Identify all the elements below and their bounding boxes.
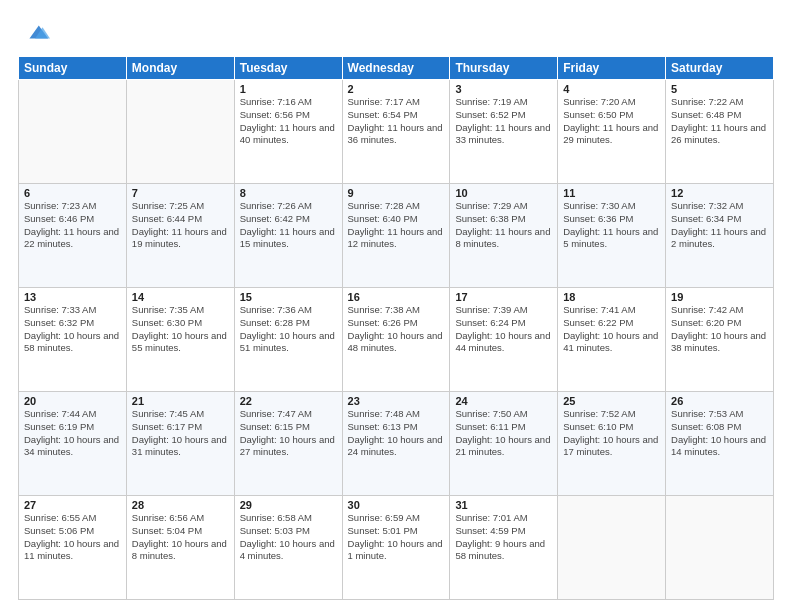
day-number: 26 [671,395,768,407]
calendar-cell: 14Sunrise: 7:35 AM Sunset: 6:30 PM Dayli… [126,288,234,392]
calendar-cell: 1Sunrise: 7:16 AM Sunset: 6:56 PM Daylig… [234,80,342,184]
day-detail: Sunrise: 6:59 AM Sunset: 5:01 PM Dayligh… [348,512,445,563]
calendar-cell [558,496,666,600]
day-detail: Sunrise: 7:39 AM Sunset: 6:24 PM Dayligh… [455,304,552,355]
calendar-cell: 31Sunrise: 7:01 AM Sunset: 4:59 PM Dayli… [450,496,558,600]
day-number: 28 [132,499,229,511]
calendar-cell: 12Sunrise: 7:32 AM Sunset: 6:34 PM Dayli… [666,184,774,288]
day-detail: Sunrise: 7:41 AM Sunset: 6:22 PM Dayligh… [563,304,660,355]
calendar-cell: 19Sunrise: 7:42 AM Sunset: 6:20 PM Dayli… [666,288,774,392]
day-number: 9 [348,187,445,199]
calendar-cell: 28Sunrise: 6:56 AM Sunset: 5:04 PM Dayli… [126,496,234,600]
calendar-cell: 11Sunrise: 7:30 AM Sunset: 6:36 PM Dayli… [558,184,666,288]
day-detail: Sunrise: 7:45 AM Sunset: 6:17 PM Dayligh… [132,408,229,459]
day-number: 10 [455,187,552,199]
day-detail: Sunrise: 6:56 AM Sunset: 5:04 PM Dayligh… [132,512,229,563]
day-detail: Sunrise: 7:17 AM Sunset: 6:54 PM Dayligh… [348,96,445,147]
day-detail: Sunrise: 7:01 AM Sunset: 4:59 PM Dayligh… [455,512,552,563]
day-detail: Sunrise: 6:58 AM Sunset: 5:03 PM Dayligh… [240,512,337,563]
day-detail: Sunrise: 7:29 AM Sunset: 6:38 PM Dayligh… [455,200,552,251]
day-detail: Sunrise: 7:19 AM Sunset: 6:52 PM Dayligh… [455,96,552,147]
day-number: 22 [240,395,337,407]
calendar-cell: 5Sunrise: 7:22 AM Sunset: 6:48 PM Daylig… [666,80,774,184]
day-number: 16 [348,291,445,303]
header [18,18,774,46]
weekday-header-tuesday: Tuesday [234,57,342,80]
day-number: 25 [563,395,660,407]
calendar-cell: 10Sunrise: 7:29 AM Sunset: 6:38 PM Dayli… [450,184,558,288]
day-detail: Sunrise: 7:36 AM Sunset: 6:28 PM Dayligh… [240,304,337,355]
day-number: 20 [24,395,121,407]
day-number: 7 [132,187,229,199]
day-detail: Sunrise: 7:16 AM Sunset: 6:56 PM Dayligh… [240,96,337,147]
day-number: 5 [671,83,768,95]
calendar-cell: 17Sunrise: 7:39 AM Sunset: 6:24 PM Dayli… [450,288,558,392]
calendar-cell: 30Sunrise: 6:59 AM Sunset: 5:01 PM Dayli… [342,496,450,600]
calendar-cell: 9Sunrise: 7:28 AM Sunset: 6:40 PM Daylig… [342,184,450,288]
calendar-cell: 29Sunrise: 6:58 AM Sunset: 5:03 PM Dayli… [234,496,342,600]
day-detail: Sunrise: 7:28 AM Sunset: 6:40 PM Dayligh… [348,200,445,251]
day-number: 2 [348,83,445,95]
calendar: SundayMondayTuesdayWednesdayThursdayFrid… [18,56,774,600]
calendar-cell: 3Sunrise: 7:19 AM Sunset: 6:52 PM Daylig… [450,80,558,184]
day-detail: Sunrise: 7:48 AM Sunset: 6:13 PM Dayligh… [348,408,445,459]
day-number: 1 [240,83,337,95]
weekday-header-sunday: Sunday [19,57,127,80]
day-detail: Sunrise: 7:52 AM Sunset: 6:10 PM Dayligh… [563,408,660,459]
day-detail: Sunrise: 7:53 AM Sunset: 6:08 PM Dayligh… [671,408,768,459]
calendar-cell: 2Sunrise: 7:17 AM Sunset: 6:54 PM Daylig… [342,80,450,184]
day-detail: Sunrise: 7:23 AM Sunset: 6:46 PM Dayligh… [24,200,121,251]
day-number: 30 [348,499,445,511]
calendar-cell: 25Sunrise: 7:52 AM Sunset: 6:10 PM Dayli… [558,392,666,496]
day-detail: Sunrise: 7:22 AM Sunset: 6:48 PM Dayligh… [671,96,768,147]
day-number: 4 [563,83,660,95]
day-detail: Sunrise: 6:55 AM Sunset: 5:06 PM Dayligh… [24,512,121,563]
day-detail: Sunrise: 7:25 AM Sunset: 6:44 PM Dayligh… [132,200,229,251]
calendar-cell: 6Sunrise: 7:23 AM Sunset: 6:46 PM Daylig… [19,184,127,288]
weekday-header-wednesday: Wednesday [342,57,450,80]
day-number: 27 [24,499,121,511]
day-number: 29 [240,499,337,511]
weekday-header-thursday: Thursday [450,57,558,80]
weekday-header-monday: Monday [126,57,234,80]
calendar-cell: 16Sunrise: 7:38 AM Sunset: 6:26 PM Dayli… [342,288,450,392]
calendar-cell: 27Sunrise: 6:55 AM Sunset: 5:06 PM Dayli… [19,496,127,600]
day-detail: Sunrise: 7:42 AM Sunset: 6:20 PM Dayligh… [671,304,768,355]
calendar-cell: 15Sunrise: 7:36 AM Sunset: 6:28 PM Dayli… [234,288,342,392]
day-detail: Sunrise: 7:26 AM Sunset: 6:42 PM Dayligh… [240,200,337,251]
day-detail: Sunrise: 7:20 AM Sunset: 6:50 PM Dayligh… [563,96,660,147]
calendar-cell: 21Sunrise: 7:45 AM Sunset: 6:17 PM Dayli… [126,392,234,496]
day-number: 21 [132,395,229,407]
logo-icon [22,18,50,46]
calendar-cell [666,496,774,600]
calendar-cell: 7Sunrise: 7:25 AM Sunset: 6:44 PM Daylig… [126,184,234,288]
logo [18,18,50,46]
day-number: 6 [24,187,121,199]
calendar-cell: 8Sunrise: 7:26 AM Sunset: 6:42 PM Daylig… [234,184,342,288]
day-number: 17 [455,291,552,303]
weekday-header-friday: Friday [558,57,666,80]
day-detail: Sunrise: 7:38 AM Sunset: 6:26 PM Dayligh… [348,304,445,355]
day-detail: Sunrise: 7:32 AM Sunset: 6:34 PM Dayligh… [671,200,768,251]
calendar-cell: 13Sunrise: 7:33 AM Sunset: 6:32 PM Dayli… [19,288,127,392]
day-detail: Sunrise: 7:44 AM Sunset: 6:19 PM Dayligh… [24,408,121,459]
day-detail: Sunrise: 7:47 AM Sunset: 6:15 PM Dayligh… [240,408,337,459]
day-number: 24 [455,395,552,407]
calendar-cell: 22Sunrise: 7:47 AM Sunset: 6:15 PM Dayli… [234,392,342,496]
day-detail: Sunrise: 7:50 AM Sunset: 6:11 PM Dayligh… [455,408,552,459]
calendar-cell [19,80,127,184]
weekday-header-saturday: Saturday [666,57,774,80]
day-number: 11 [563,187,660,199]
day-number: 3 [455,83,552,95]
calendar-cell: 26Sunrise: 7:53 AM Sunset: 6:08 PM Dayli… [666,392,774,496]
day-number: 18 [563,291,660,303]
day-detail: Sunrise: 7:33 AM Sunset: 6:32 PM Dayligh… [24,304,121,355]
day-number: 23 [348,395,445,407]
day-detail: Sunrise: 7:30 AM Sunset: 6:36 PM Dayligh… [563,200,660,251]
day-detail: Sunrise: 7:35 AM Sunset: 6:30 PM Dayligh… [132,304,229,355]
day-number: 13 [24,291,121,303]
calendar-cell: 24Sunrise: 7:50 AM Sunset: 6:11 PM Dayli… [450,392,558,496]
day-number: 19 [671,291,768,303]
day-number: 14 [132,291,229,303]
calendar-cell: 20Sunrise: 7:44 AM Sunset: 6:19 PM Dayli… [19,392,127,496]
